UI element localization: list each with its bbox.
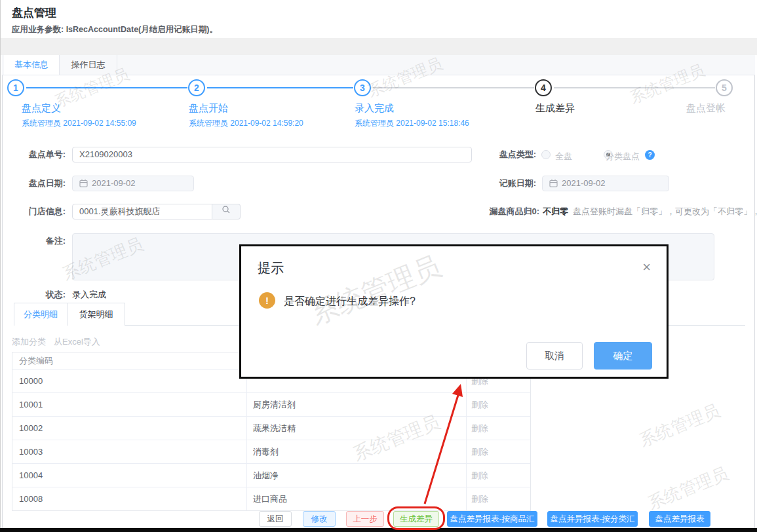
step-5-title: 盘点登帐 xyxy=(686,102,726,115)
cell-code: 10004 xyxy=(19,464,43,487)
confirm-dialog: 提示 × ! 是否确定进行生成差异操作? 取消 确定 xyxy=(239,244,669,379)
diff-report-by-goods-button[interactable]: 盘点差异报表-按商品汇总 xyxy=(447,511,537,527)
step-1-subtitle: 系统管理员 2021-09-02 14:55:09 xyxy=(22,118,136,129)
store-info-label: 门店信息: xyxy=(0,204,66,219)
delete-link[interactable]: 删除 xyxy=(471,440,488,464)
close-icon[interactable]: × xyxy=(642,261,651,274)
dialog-title: 提示 xyxy=(258,259,284,277)
table-row: 10003 消毒剂 删除 xyxy=(12,440,530,463)
step-line-1-2 xyxy=(26,87,187,88)
step-5-circle: 5 xyxy=(716,79,733,96)
missed-goods-label: 漏盘商品归0: xyxy=(419,204,539,219)
table-row: 10004 油烟净 删除 xyxy=(12,463,530,487)
sheet-no-label: 盘点单号: xyxy=(0,147,66,162)
account-date-input[interactable]: 2021-09-02 xyxy=(542,176,669,191)
cell-name: 进口商品 xyxy=(253,487,287,511)
missed-goods-value: 不归零 xyxy=(543,204,568,219)
modify-button[interactable]: 修改 xyxy=(303,511,336,527)
cell-code: 10008 xyxy=(19,487,43,511)
step-2-circle: 2 xyxy=(188,79,205,96)
step-2-title: 盘点开始 xyxy=(189,102,228,115)
main-tabbar: 基本信息 操作日志 xyxy=(2,55,755,75)
stock-date-input[interactable]: 2021-09-02 xyxy=(72,176,194,191)
store-input[interactable]: 0001.灵蕨科技旗舰店 xyxy=(72,204,212,219)
table-row: 10002 蔬果洗洁精 删除 xyxy=(12,416,530,440)
cancel-button[interactable]: 取消 xyxy=(526,342,583,370)
step-line-2-3 xyxy=(207,87,353,88)
inventory-management-screen: 盘点管理 应用业务参数: IsRecAccountDate(月结启用记账日期)。… xyxy=(0,0,757,532)
account-date-label: 记账日期: xyxy=(419,176,536,191)
table-row: 10008 进口商品 删除 xyxy=(12,487,530,510)
left-edge xyxy=(0,0,1,532)
diff-report-button[interactable]: 盘点差异报表 xyxy=(649,511,710,527)
status-value: 录入完成 xyxy=(72,287,106,303)
warning-icon: ! xyxy=(259,292,275,309)
cell-code: 10000 xyxy=(19,370,43,393)
step-1-title: 盘点定义 xyxy=(22,102,61,115)
search-icon xyxy=(222,205,231,216)
calendar-icon xyxy=(79,178,88,192)
step-4-title: 生成差异 xyxy=(535,102,575,115)
cell-name: 消毒剂 xyxy=(253,440,279,464)
step-2-subtitle: 系统管理员 2021-09-02 14:59:20 xyxy=(189,118,303,129)
question-icon[interactable]: ? xyxy=(645,150,655,160)
diff-report-by-category-button[interactable]: 盘点并异报表-按分类汇总 xyxy=(547,511,638,527)
store-search-button[interactable] xyxy=(212,204,241,219)
page-subtitle: 应用业务参数: IsRecAccountDate(月结启用记账日期)。 xyxy=(12,24,218,35)
step-4-circle: 4 xyxy=(535,79,552,96)
delete-link[interactable]: 删除 xyxy=(471,464,488,487)
cell-name: 油烟净 xyxy=(253,464,279,487)
remark-label: 备注: xyxy=(0,233,66,249)
generate-diff-button[interactable]: 生成差异 xyxy=(393,511,439,527)
dialog-message: 是否确定进行生成差异操作? xyxy=(284,295,416,309)
previous-step-button[interactable]: 上一步 xyxy=(346,511,384,527)
step-3-title: 录入完成 xyxy=(355,102,394,115)
col-header-code: 分类编码 xyxy=(19,352,53,369)
tab-category-detail[interactable]: 分类明细 xyxy=(14,303,68,326)
step-line-3-4 xyxy=(373,87,534,88)
delete-link[interactable]: 删除 xyxy=(471,393,488,417)
back-button[interactable]: 返回 xyxy=(259,511,292,527)
radio-category-stocktake-label: 分类盘点 xyxy=(606,151,640,162)
confirm-button[interactable]: 确定 xyxy=(594,342,652,370)
bottom-strip xyxy=(0,528,757,532)
step-3-subtitle: 系统管理员 2021-09-02 15:18:46 xyxy=(355,118,469,129)
delete-link[interactable]: 删除 xyxy=(471,487,488,511)
divider-band xyxy=(0,38,757,55)
account-date-value: 2021-09-02 xyxy=(562,178,606,188)
delete-link[interactable]: 删除 xyxy=(471,417,488,440)
cell-name: 厨房清洁剂 xyxy=(253,393,296,417)
status-label: 状态: xyxy=(0,287,66,303)
cell-name: 蔬果洗洁精 xyxy=(253,417,296,440)
cell-code: 10003 xyxy=(19,440,43,464)
radio-full-stocktake-label: 全盘 xyxy=(555,151,572,162)
step-1-circle: 1 xyxy=(7,79,24,96)
missed-goods-help: 盘点登账时漏盘「归零」，可更改为「不归零」，点 xyxy=(573,204,757,219)
stock-date-label: 盘点日期: xyxy=(0,176,66,191)
add-category-link[interactable]: 添加分类 xyxy=(12,336,46,348)
cell-code: 10001 xyxy=(19,393,43,417)
tab-operation-log[interactable]: 操作日志 xyxy=(60,55,117,75)
cell-code: 10002 xyxy=(19,417,43,440)
tab-shelf-detail[interactable]: 货架明细 xyxy=(68,303,125,326)
sheet-no-input[interactable]: X2109020003 xyxy=(72,147,472,162)
radio-full-stocktake[interactable] xyxy=(541,150,551,159)
stock-date-value: 2021-09-02 xyxy=(92,178,136,188)
page-title: 盘点管理 xyxy=(12,5,56,20)
table-row: 10001 厨房清洁剂 删除 xyxy=(12,392,530,416)
import-excel-link[interactable]: 从Excel导入 xyxy=(54,336,100,348)
stock-type-label: 盘点类型: xyxy=(419,147,536,162)
tab-basic-info[interactable]: 基本信息 xyxy=(4,55,60,75)
step-3-circle: 3 xyxy=(354,79,371,96)
step-line-4-5 xyxy=(554,87,715,88)
calendar-icon xyxy=(549,178,558,192)
